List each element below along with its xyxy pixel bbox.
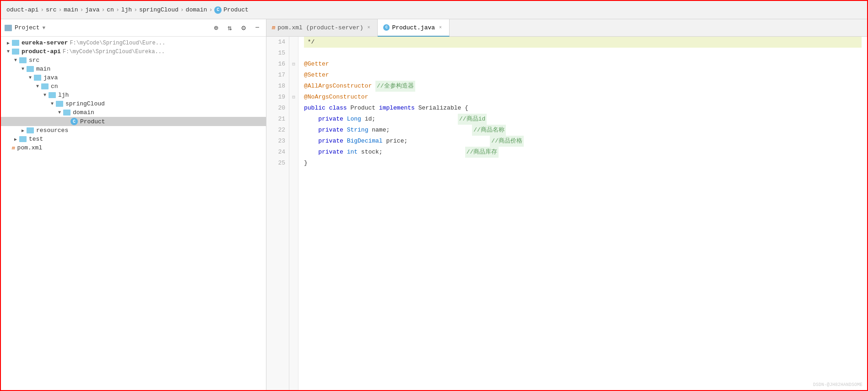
tree-arrow: ▶ bbox=[12, 137, 19, 142]
sidebar-hide-btn[interactable]: − bbox=[252, 23, 262, 33]
folder-icon bbox=[34, 75, 41, 81]
code-token bbox=[304, 114, 318, 125]
breadcrumb-item-5[interactable]: cn bbox=[107, 6, 114, 13]
code-token: //全参构造器 bbox=[375, 81, 415, 92]
line-number: 20 bbox=[270, 103, 285, 114]
sidebar-scroll-btn[interactable]: ⇅ bbox=[225, 23, 235, 33]
breadcrumb-item-7[interactable]: springCloud bbox=[139, 6, 179, 13]
breadcrumb-item-1[interactable]: oduct-api bbox=[6, 6, 38, 13]
tree-arrow: ▼ bbox=[41, 93, 49, 98]
tree-arrow: ▼ bbox=[34, 84, 41, 89]
code-token: private bbox=[318, 136, 343, 147]
code-token: @NoArgsConstructor bbox=[304, 92, 368, 103]
code-token: BigDecimal bbox=[343, 136, 386, 147]
tree-label: main bbox=[36, 66, 50, 72]
code-token bbox=[326, 103, 329, 114]
tree-item-7[interactable]: ▼ljh bbox=[1, 91, 266, 99]
line-number: 15 bbox=[270, 48, 285, 59]
tree-arrow: ▼ bbox=[27, 75, 34, 80]
sidebar-dropdown-arrow[interactable]: ▼ bbox=[43, 25, 46, 31]
breadcrumb-sep-1: › bbox=[40, 6, 44, 13]
tree-item-9[interactable]: ▼domain bbox=[1, 108, 266, 117]
code-content: */@Getter@Setter@AllArgsConstructor //全参… bbox=[298, 37, 867, 391]
code-line: @AllArgsConstructor //全参构造器 bbox=[304, 81, 862, 92]
breadcrumb-sep-2: › bbox=[58, 6, 62, 13]
class-file-icon: C bbox=[71, 118, 78, 125]
code-line: @Getter bbox=[304, 59, 862, 70]
sidebar-add-btn[interactable]: ⊕ bbox=[211, 23, 221, 33]
tree-label: springCloud bbox=[65, 100, 105, 107]
breadcrumb-sep-5: › bbox=[116, 6, 119, 13]
sidebar-settings-btn[interactable]: ⚙ bbox=[239, 23, 249, 33]
tree-item-10[interactable]: CProduct bbox=[1, 117, 266, 126]
code-line: private int stock;//商品库存 bbox=[304, 147, 862, 158]
tree-item-12[interactable]: ▶test bbox=[1, 135, 266, 143]
tab-label: Product.java bbox=[392, 24, 435, 31]
tree-item-8[interactable]: ▼springCloud bbox=[1, 99, 266, 108]
tab-close-btn[interactable]: × bbox=[437, 24, 444, 31]
tab-close-btn[interactable]: × bbox=[365, 25, 372, 31]
breadcrumb-item-4[interactable]: java bbox=[85, 6, 99, 13]
tab-pom.xml (product-server)[interactable]: mpom.xml (product-server)× bbox=[266, 19, 378, 36]
tree-label: ljh bbox=[58, 92, 69, 99]
editor-area: mpom.xml (product-server)×CProduct.java×… bbox=[266, 19, 867, 391]
tree-item-4[interactable]: ▼main bbox=[1, 65, 266, 73]
tree-path: F:\myCode\SpringCloud\Eure... bbox=[70, 40, 165, 46]
code-editor[interactable]: 141516171819202122232425 ⊟⊟ */@Getter@Se… bbox=[266, 37, 867, 391]
tree-arrow: ▼ bbox=[12, 58, 19, 63]
code-line: public class Product implements Serializ… bbox=[304, 103, 862, 114]
inline-comment: //商品id bbox=[458, 114, 487, 125]
code-token: int bbox=[343, 147, 361, 158]
code-line bbox=[304, 48, 862, 59]
tree-item-1[interactable]: ▶eureka-serverF:\myCode\SpringCloud\Eure… bbox=[1, 39, 266, 47]
xml-tab-icon: m bbox=[272, 25, 275, 31]
line-number: 16 bbox=[270, 59, 285, 70]
code-token: id; bbox=[365, 114, 375, 125]
tab-bar: mpom.xml (product-server)×CProduct.java× bbox=[266, 19, 867, 37]
tab-Product.java[interactable]: CProduct.java× bbox=[378, 19, 450, 37]
tree-arrow: ▼ bbox=[56, 110, 63, 115]
folder-icon bbox=[41, 83, 49, 89]
code-token: public bbox=[304, 103, 326, 114]
sidebar-title-label: Project bbox=[15, 24, 40, 31]
gutter-cell bbox=[289, 70, 298, 81]
inline-comment: //商品价格 bbox=[490, 136, 524, 147]
code-token: price; bbox=[386, 136, 407, 147]
line-number: 21 bbox=[270, 114, 285, 125]
tree-item-3[interactable]: ▼src bbox=[1, 56, 266, 65]
gutter-cell bbox=[289, 158, 298, 169]
code-token: String bbox=[343, 125, 372, 136]
code-token bbox=[304, 136, 318, 147]
gutter-cell bbox=[289, 48, 298, 59]
line-number: 25 bbox=[270, 158, 285, 169]
code-token: */ bbox=[304, 37, 315, 48]
tree-item-13[interactable]: mpom.xml bbox=[1, 143, 266, 152]
tree-item-6[interactable]: ▼cn bbox=[1, 82, 266, 91]
tree-item-2[interactable]: ▼product-apiF:\myCode\SpringCloud\Eureka… bbox=[1, 47, 266, 56]
sidebar: Project ▼ ⊕ ⇅ ⚙ − ▶eureka-serverF:\myCod… bbox=[1, 19, 266, 391]
breadcrumb-item-2[interactable]: src bbox=[46, 6, 56, 13]
breadcrumb-item-9[interactable]: C Product bbox=[214, 6, 249, 14]
breadcrumb: oduct-api › src › main › java › cn › ljh… bbox=[1, 1, 867, 19]
tree-item-5[interactable]: ▼java bbox=[1, 73, 266, 82]
tree-arrow: ▼ bbox=[5, 49, 12, 54]
line-number: 14 bbox=[270, 37, 285, 48]
sidebar-toolbar: Project ▼ ⊕ ⇅ ⚙ − bbox=[1, 19, 266, 37]
breadcrumb-item-6[interactable]: ljh bbox=[121, 6, 132, 13]
breadcrumb-item-8[interactable]: domain bbox=[186, 6, 207, 13]
class-tab-icon: C bbox=[383, 24, 390, 31]
tree-arrow: ▶ bbox=[5, 40, 12, 46]
gutter-cell: ⊟ bbox=[289, 59, 298, 70]
code-token: Serializable { bbox=[415, 103, 468, 114]
tree-arrow: ▼ bbox=[19, 66, 27, 72]
xml-icon: m bbox=[12, 145, 15, 151]
gutter-cell bbox=[289, 147, 298, 158]
breadcrumb-sep-3: › bbox=[80, 6, 83, 13]
folder-icon bbox=[19, 57, 27, 63]
tree-label: src bbox=[29, 57, 39, 64]
tree-item-11[interactable]: ▶resources bbox=[1, 126, 266, 135]
breadcrumb-item-3[interactable]: main bbox=[64, 6, 78, 13]
code-token bbox=[304, 147, 318, 158]
code-token: implements bbox=[379, 103, 415, 114]
tree-arrow: ▼ bbox=[49, 101, 56, 106]
